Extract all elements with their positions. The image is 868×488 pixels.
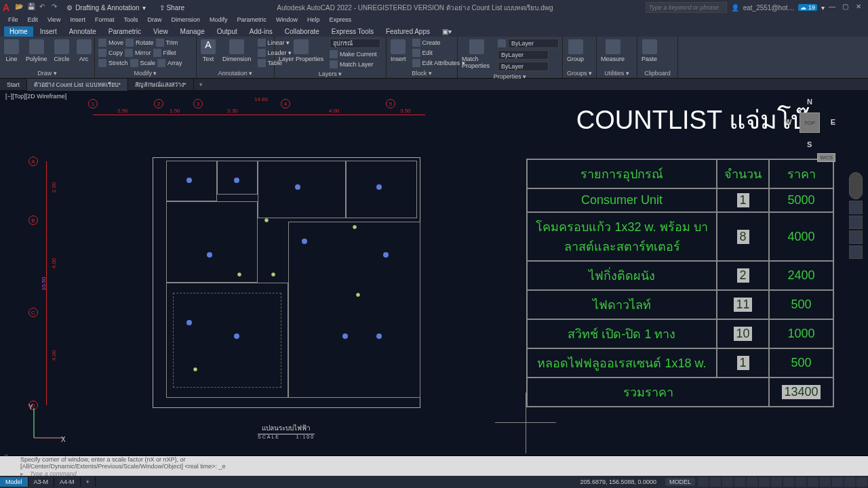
ortho-toggle[interactable]: [722, 477, 733, 487]
measure-button[interactable]: Measure: [599, 38, 627, 64]
copy-button[interactable]: Copy: [108, 49, 123, 56]
coordinates-readout[interactable]: 205.6879, 156.5088, 0.0000: [580, 479, 656, 485]
make-current-button[interactable]: Make Current: [328, 49, 382, 59]
nav-pan-button[interactable]: [849, 201, 863, 214]
layout-add-button[interactable]: +: [81, 477, 96, 487]
panel-draw-label[interactable]: Draw ▾: [2, 68, 92, 77]
hardware-accel-button[interactable]: [832, 477, 843, 487]
qat-save-icon[interactable]: 💾: [27, 3, 37, 12]
tab-express-tools[interactable]: Express Tools: [326, 26, 379, 37]
tab-view[interactable]: View: [148, 26, 174, 37]
panel-properties-label[interactable]: Properties ▾: [460, 72, 560, 80]
tab-addins[interactable]: Add-ins: [244, 26, 278, 37]
qat-undo-icon[interactable]: ↶: [39, 3, 49, 12]
color-dropdown[interactable]: ByLayer: [508, 39, 559, 48]
menu-parametric[interactable]: Parametric: [233, 16, 271, 23]
model-tab[interactable]: Model: [0, 477, 28, 487]
wcs-label[interactable]: WCS: [817, 153, 835, 162]
panel-layers-label[interactable]: Layers ▾: [277, 69, 384, 77]
layout-tab-a4[interactable]: A4-M: [54, 477, 81, 487]
tab-featured-apps[interactable]: Featured Apps: [380, 26, 435, 37]
cube-west[interactable]: W: [785, 118, 791, 126]
menu-format[interactable]: Format: [91, 16, 119, 23]
annotation-scale-button[interactable]: [795, 477, 806, 487]
stretch-button[interactable]: Stretch: [108, 60, 128, 66]
osnap-toggle[interactable]: [747, 477, 757, 487]
tab-annotate[interactable]: Annotate: [64, 26, 102, 37]
tab-collaborate[interactable]: Collaborate: [279, 26, 325, 37]
circle-button[interactable]: Circle: [52, 38, 72, 64]
customize-button[interactable]: [856, 477, 867, 487]
layout-tab-a3[interactable]: A3-M: [28, 477, 55, 487]
panel-groups-label[interactable]: Groups ▾: [565, 68, 594, 77]
command-line[interactable]: Specify corner of window, enter a scale …: [0, 455, 868, 476]
app-menu-icon[interactable]: ▾: [821, 4, 825, 12]
layer-properties-button[interactable]: Layer Properties: [277, 38, 326, 64]
mirror-button[interactable]: Mirror: [135, 49, 151, 56]
menu-dimension[interactable]: Dimension: [167, 16, 204, 23]
fillet-button[interactable]: Fillet: [163, 49, 176, 56]
tab-parametric[interactable]: Parametric: [103, 26, 146, 37]
qat-redo-icon[interactable]: ↷: [52, 3, 61, 12]
qat-open-icon[interactable]: 📂: [15, 3, 24, 12]
close-button[interactable]: ✕: [856, 3, 865, 12]
viewport-label[interactable]: [−][Top][2D Wireframe]: [5, 93, 66, 100]
ucs-icon[interactable]: Y X: [28, 403, 69, 443]
transparency-toggle[interactable]: [783, 477, 794, 487]
paste-button[interactable]: Paste: [639, 38, 659, 64]
isolate-button[interactable]: [820, 477, 831, 487]
move-button[interactable]: Move: [108, 39, 123, 46]
tab-insert[interactable]: Insert: [35, 26, 62, 37]
menu-modify[interactable]: Modify: [205, 16, 232, 23]
file-tab-start[interactable]: Start: [0, 80, 27, 89]
nav-wheel-button[interactable]: [849, 172, 863, 199]
insert-block-button[interactable]: Insert: [389, 38, 408, 64]
scale-button[interactable]: Scale: [140, 60, 156, 66]
clean-screen-button[interactable]: [844, 477, 855, 487]
minimize-button[interactable]: —: [829, 3, 838, 12]
match-properties-button[interactable]: Match Properties: [460, 38, 494, 70]
share-button[interactable]: ⇪ Share: [159, 4, 184, 12]
trim-button[interactable]: Trim: [166, 39, 178, 46]
match-layer-button[interactable]: Match Layer: [328, 60, 382, 69]
cube-south[interactable]: S: [807, 140, 812, 148]
file-tab-symbols[interactable]: สัญลักษณ์แสงสว่าง*: [128, 79, 194, 91]
lineweight-toggle[interactable]: [771, 477, 782, 487]
new-tab-button[interactable]: +: [194, 81, 208, 88]
array-button[interactable]: Array: [167, 60, 182, 66]
help-search-input[interactable]: [646, 2, 727, 13]
nav-zoom-button[interactable]: [849, 216, 863, 229]
grid-toggle[interactable]: [698, 477, 709, 487]
menu-edit[interactable]: Edit: [24, 16, 43, 23]
layer-dropdown[interactable]: อุปกรณ์: [330, 39, 380, 48]
lineweight-dropdown[interactable]: ByLayer: [498, 50, 549, 60]
otrack-toggle[interactable]: [759, 477, 770, 487]
dimension-button[interactable]: Dimension: [220, 38, 254, 64]
panel-annotation-label[interactable]: Annotation ▾: [199, 68, 272, 77]
menu-express[interactable]: Express: [326, 16, 356, 23]
panel-utilities-label[interactable]: Utilities ▾: [599, 68, 635, 77]
panel-block-label[interactable]: Block ▾: [389, 68, 455, 77]
snap-toggle[interactable]: [710, 477, 721, 487]
menu-draw[interactable]: Draw: [143, 16, 165, 23]
linetype-dropdown[interactable]: ByLayer: [498, 62, 549, 71]
menu-tools[interactable]: Tools: [119, 16, 142, 23]
cube-north[interactable]: N: [807, 98, 812, 106]
maximize-button[interactable]: ▢: [842, 3, 852, 12]
polyline-button[interactable]: Polyline: [24, 38, 50, 64]
tab-home[interactable]: Home: [4, 26, 33, 37]
workspace-button[interactable]: [808, 477, 818, 487]
menu-file[interactable]: File: [4, 16, 22, 23]
polar-toggle[interactable]: [734, 477, 745, 487]
menu-window[interactable]: Window: [272, 16, 302, 23]
nav-showmotion-button[interactable]: [849, 245, 863, 259]
cube-east[interactable]: E: [831, 118, 835, 126]
user-name[interactable]: eat_2551@hot…: [743, 4, 795, 12]
cube-top-face[interactable]: TOP: [800, 113, 820, 133]
text-button[interactable]: AText: [199, 38, 218, 64]
arc-button[interactable]: Arc: [75, 38, 94, 64]
panel-modify-label[interactable]: Modify ▾: [97, 68, 194, 77]
line-button[interactable]: Line: [2, 38, 21, 64]
signin-icon[interactable]: 👤: [731, 4, 739, 12]
group-button[interactable]: Group: [565, 38, 586, 64]
